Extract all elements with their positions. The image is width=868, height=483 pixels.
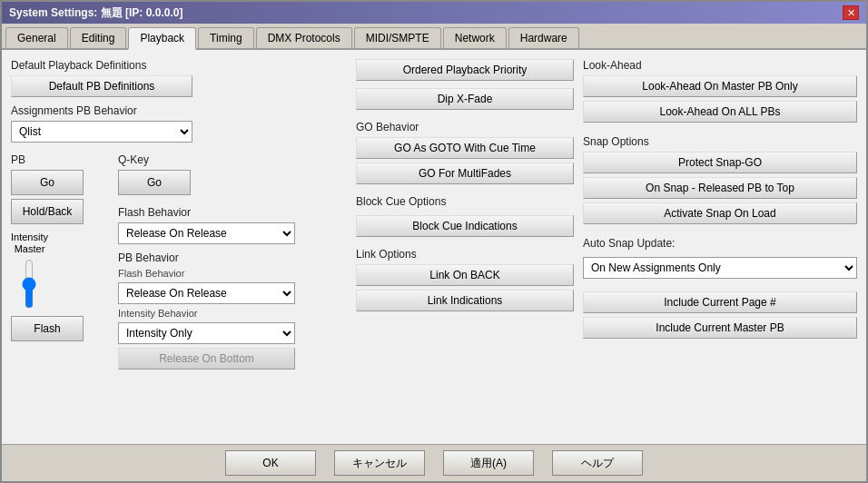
- tab-hardware[interactable]: Hardware: [508, 27, 579, 48]
- qkey-go-button[interactable]: Go: [118, 170, 191, 195]
- activate-snap-on-load-button[interactable]: Activate Snap On Load: [583, 202, 857, 224]
- block-cue-label: Block Cue Options: [356, 195, 574, 208]
- assignments-label: Assignments PB Behavior: [11, 104, 347, 117]
- qkey-column: Q-Key Go Flash Behavior Release On Relea…: [118, 153, 347, 370]
- footer: OK キャンセル 適用(A) ヘルプ: [2, 444, 866, 481]
- tab-network[interactable]: Network: [443, 27, 507, 48]
- go-button[interactable]: Go: [11, 170, 84, 195]
- snap-options-section: Snap Options Protect Snap-GO On Snap - R…: [583, 135, 857, 224]
- link-options-section: Link Options Link On BACK Link Indicatio…: [356, 248, 574, 311]
- pb-controls: Go Hold/Back IntensityMaster Flash: [11, 170, 111, 341]
- release-on-bottom-button[interactable]: Release On Bottom: [118, 348, 295, 370]
- default-pb-label: Default Playback Definitions: [11, 59, 347, 72]
- pb-qkey-section: PB Go Hold/Back IntensityMaster Flash Q-…: [11, 153, 347, 370]
- intensity-behavior-label: Intensity Behavior: [118, 308, 347, 319]
- tab-playback[interactable]: Playback: [128, 27, 196, 50]
- link-on-back-button[interactable]: Link On BACK: [356, 264, 574, 286]
- go-as-goto-button[interactable]: GO As GOTO With Cue Time: [356, 137, 574, 159]
- tab-general[interactable]: General: [5, 27, 68, 48]
- block-cue-indications-button[interactable]: Block Cue Indications: [356, 215, 574, 237]
- look-ahead-buttons: Look-Ahead On Master PB Only Look-Ahead …: [583, 75, 857, 123]
- tab-editing[interactable]: Editing: [70, 27, 127, 48]
- tab-midi-smpte[interactable]: MIDI/SMPTE: [354, 27, 441, 48]
- include-current-master-button[interactable]: Include Current Master PB: [583, 317, 857, 339]
- default-pb-section: Default Playback Definitions Default PB …: [11, 59, 347, 97]
- go-behavior-label: GO Behavior: [356, 121, 574, 133]
- tab-dmx-protocols[interactable]: DMX Protocols: [256, 27, 352, 48]
- block-cue-section: Block Cue Options Block Cue Indications: [356, 195, 574, 237]
- assignments-dropdown[interactable]: Qlist: [11, 121, 192, 143]
- ok-button[interactable]: OK: [225, 450, 316, 476]
- hold-back-button[interactable]: Hold/Back: [11, 199, 84, 224]
- right-column: Look-Ahead Look-Ahead On Master PB Only …: [583, 59, 857, 435]
- look-ahead-all-button[interactable]: Look-Ahead On ALL PBs: [583, 101, 857, 123]
- look-ahead-master-button[interactable]: Look-Ahead On Master PB Only: [583, 75, 857, 97]
- intensity-behavior-dropdown[interactable]: Intensity Only: [118, 322, 295, 344]
- go-behavior-section: GO Behavior GO As GOTO With Cue Time GO …: [356, 121, 574, 184]
- tab-timing[interactable]: Timing: [198, 27, 254, 48]
- ordered-playback-button[interactable]: Ordered Playback Priority: [356, 59, 574, 81]
- link-option-buttons: Link On BACK Link Indications: [356, 264, 574, 311]
- tab-bar: General Editing Playback Timing DMX Prot…: [2, 24, 866, 50]
- title-bar: System Settings: 無題 [IP: 0.0.0.0] ✕: [2, 2, 866, 24]
- pb-flash-behavior-label: Flash Behavior: [118, 268, 347, 279]
- auto-snap-dropdown[interactable]: On New Assignments Only: [583, 257, 857, 279]
- close-button[interactable]: ✕: [843, 5, 859, 20]
- pb-flash-behavior-dropdown[interactable]: Release On Release: [118, 282, 295, 304]
- flash-behavior-dropdown[interactable]: Release On Release: [118, 222, 295, 244]
- link-indications-button[interactable]: Link Indications: [356, 290, 574, 311]
- assignments-section: Assignments PB Behavior Qlist: [11, 104, 347, 143]
- apply-button[interactable]: 適用(A): [443, 450, 534, 476]
- pb-behavior-label: PB Behavior: [118, 251, 347, 264]
- pb-label: PB: [11, 153, 111, 166]
- pb-column: PB Go Hold/Back IntensityMaster Flash: [11, 153, 111, 370]
- snap-buttons: Protect Snap-GO On Snap - Released PB to…: [583, 152, 857, 224]
- pb-behavior-section: PB Behavior Flash Behavior Release On Re…: [118, 251, 347, 370]
- main-window: System Settings: 無題 [IP: 0.0.0.0] ✕ Gene…: [0, 0, 868, 483]
- help-button[interactable]: ヘルプ: [552, 450, 643, 476]
- look-ahead-section: Look-Ahead Look-Ahead On Master PB Only …: [583, 59, 857, 123]
- auto-snap-label: Auto Snap Update:: [583, 237, 857, 250]
- middle-column: Ordered Playback Priority Dip X-Fade GO …: [356, 59, 574, 435]
- window-title: System Settings: 無題 [IP: 0.0.0.0]: [9, 5, 182, 21]
- look-ahead-label: Look-Ahead: [583, 59, 857, 72]
- protect-snap-go-button[interactable]: Protect Snap-GO: [583, 152, 857, 173]
- dip-x-fade-button[interactable]: Dip X-Fade: [356, 88, 574, 110]
- go-behavior-buttons: GO As GOTO With Cue Time GO For MultiFad…: [356, 137, 574, 184]
- snap-options-label: Snap Options: [583, 135, 857, 148]
- flash-button[interactable]: Flash: [11, 316, 84, 341]
- content-area: Default Playback Definitions Default PB …: [2, 50, 866, 444]
- left-column: Default Playback Definitions Default PB …: [11, 59, 347, 435]
- flash-behavior-label: Flash Behavior: [118, 206, 347, 219]
- go-for-multifades-button[interactable]: GO For MultiFades: [356, 163, 574, 184]
- intensity-master-slider-container: IntensityMaster: [11, 232, 48, 312]
- intensity-master-slider[interactable]: [22, 259, 36, 309]
- intensity-master-label: IntensityMaster: [11, 232, 48, 255]
- default-pb-button[interactable]: Default PB Definitions: [11, 75, 192, 97]
- on-snap-released-button[interactable]: On Snap - Released PB to Top: [583, 177, 857, 199]
- qkey-label: Q-Key: [118, 153, 347, 166]
- include-current-page-button[interactable]: Include Current Page #: [583, 291, 857, 313]
- include-buttons: Include Current Page # Include Current M…: [583, 291, 857, 339]
- cancel-button[interactable]: キャンセル: [334, 450, 425, 476]
- auto-snap-section: Auto Snap Update: On New Assignments Onl…: [583, 237, 857, 279]
- link-options-label: Link Options: [356, 248, 574, 261]
